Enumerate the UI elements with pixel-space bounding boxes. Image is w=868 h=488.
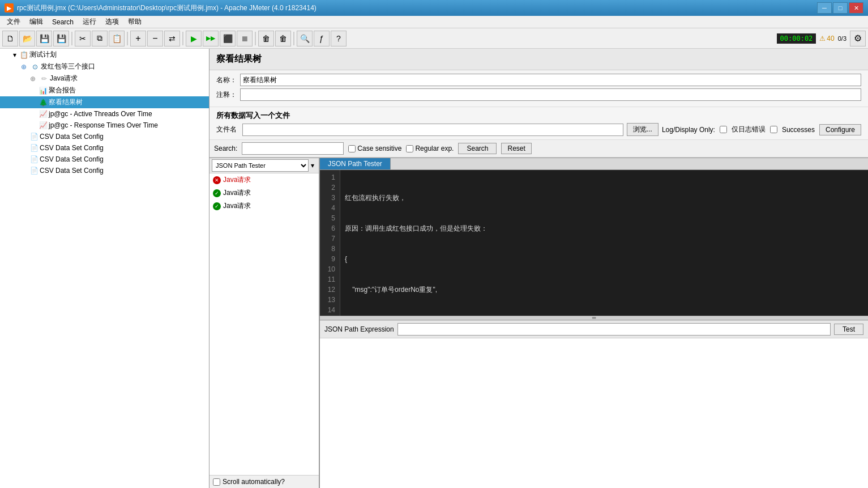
- expand-button[interactable]: +: [130, 31, 146, 46]
- comment-input[interactable]: [240, 88, 861, 101]
- dropdown-arrow[interactable]: ▾: [309, 162, 317, 169]
- request-label-2: Java请求: [223, 188, 251, 198]
- form-section: 名称： 注释：: [209, 70, 868, 107]
- code-line-4: "msg":"订单号orderNo重复",: [345, 285, 863, 295]
- new-button[interactable]: 🗋: [2, 31, 18, 46]
- regex-checkbox[interactable]: [406, 145, 413, 152]
- tree-item-csv4[interactable]: 📄 CSV Data Set Config: [0, 165, 209, 176]
- expand-icon-test-plan: ▾: [11, 52, 18, 58]
- split-left: JSON Path Tester ▾ ✕ Java请求 ✓ Java请求 ✓ J…: [209, 158, 320, 488]
- file-name-label: 文件名: [216, 125, 237, 134]
- reset-button[interactable]: Reset: [501, 143, 531, 154]
- case-sensitive-checkbox[interactable]: [348, 145, 356, 152]
- search-button[interactable]: Search: [458, 143, 497, 154]
- request-item-3[interactable]: ✓ Java请求: [209, 200, 319, 213]
- code-view[interactable]: 1 2 3 4 5 6 7 8 9 10 11 12 13 14: [320, 170, 868, 316]
- code-content: 红包流程执行失败， 原因：调用生成红包接口成功，但是处理失败： { "msg":…: [340, 170, 868, 316]
- save-button[interactable]: 💾: [53, 31, 69, 46]
- csv-icon-3: 📄: [29, 155, 39, 164]
- sep5: [293, 32, 294, 45]
- json-path-input[interactable]: [397, 323, 831, 336]
- menu-run[interactable]: 运行: [78, 16, 101, 28]
- clear-all-button[interactable]: 🗑: [275, 31, 291, 46]
- line-num-2: 2: [324, 183, 335, 193]
- line-num-13: 13: [324, 295, 335, 305]
- sep2: [127, 32, 128, 45]
- clear-button[interactable]: 🗑: [258, 31, 274, 46]
- stop-button[interactable]: ⬛: [220, 31, 236, 46]
- menu-help[interactable]: 帮助: [123, 16, 146, 28]
- paste-button[interactable]: 📋: [109, 31, 125, 46]
- tree-label-thread: 发红包等三个接口: [41, 62, 95, 71]
- java-icon: ✏: [40, 74, 49, 83]
- shutdown-button[interactable]: ⏹: [237, 31, 253, 46]
- tree-item-csv2[interactable]: 📄 CSV Data Set Config: [0, 142, 209, 154]
- configure-button[interactable]: Configure: [819, 124, 861, 135]
- tree-item-view-results[interactable]: 🌲 察看结果树: [0, 96, 209, 108]
- regex-label: Regular exp.: [415, 145, 454, 152]
- search-input[interactable]: [242, 142, 344, 155]
- maximize-button[interactable]: □: [833, 2, 848, 14]
- tree-item-jpgc1[interactable]: 📈 jp@gc - Active Threads Over Time: [0, 108, 209, 120]
- run-no-pause-button[interactable]: ▶▶: [203, 31, 219, 46]
- collapse-button[interactable]: −: [147, 31, 163, 46]
- right-panel: 察看结果树 名称： 注释： 所有数据写入一个文件 文件名 浏览... Log: [209, 49, 868, 488]
- errors-checkbox[interactable]: [720, 126, 727, 133]
- tab-json-path-tester[interactable]: JSON Path Tester: [320, 158, 391, 169]
- scroll-handle[interactable]: ⬌: [320, 316, 868, 320]
- warning-count: 40: [827, 35, 834, 43]
- cut-button[interactable]: ✂: [75, 31, 91, 46]
- line-num-6: 6: [324, 223, 335, 234]
- warning-icon: ⚠: [819, 35, 826, 43]
- path-dropdown[interactable]: JSON Path Tester: [212, 159, 309, 172]
- request-item-1[interactable]: ✕ Java请求: [209, 173, 319, 186]
- left-panel: ▾ 📋 测试计划 ⊕ ⊙ 发红包等三个接口 ⊕ ✏ Java请求: [0, 49, 209, 488]
- window-controls: ─ □ ✕: [817, 2, 863, 14]
- plan-icon: 📋: [19, 50, 28, 60]
- minimize-button[interactable]: ─: [817, 2, 832, 14]
- tree-item-jpgc2[interactable]: 📈 jp@gc - Response Times Over Time: [0, 120, 209, 131]
- line-num-5: 5: [324, 213, 335, 223]
- search-toolbar-button[interactable]: 🔍: [297, 31, 313, 46]
- code-line-2: 原因：调用生成红包接口成功，但是处理失败：: [345, 223, 863, 234]
- success-checkbox[interactable]: [770, 126, 777, 133]
- request-item-2[interactable]: ✓ Java请求: [209, 186, 319, 200]
- close-button[interactable]: ✕: [849, 2, 863, 14]
- run-counter: 0/3: [838, 35, 846, 42]
- menu-options[interactable]: 选项: [101, 16, 123, 28]
- menu-search[interactable]: Search: [48, 17, 78, 27]
- expand-icon-java: ⊕: [29, 75, 36, 82]
- errors-label: 仅日志错误: [732, 125, 766, 134]
- tree-item-java-req[interactable]: ⊕ ✏ Java请求: [0, 73, 209, 84]
- status-ok-icon-3: ✓: [213, 202, 221, 210]
- tree-label-aggregate: 聚合报告: [49, 86, 76, 95]
- tree-label-java-req: Java请求: [50, 74, 78, 83]
- result-area: [320, 338, 868, 489]
- open-button[interactable]: 📂: [19, 31, 35, 46]
- title-bar: ▶ rpc测试用例.jmx (C:\Users\Administrator\De…: [0, 0, 868, 16]
- tree-item-test-plan[interactable]: ▾ 📋 测试计划: [0, 49, 209, 61]
- menu-bar: 文件 编辑 Search 运行 选项 帮助: [0, 16, 868, 28]
- function-button[interactable]: ƒ: [314, 31, 330, 46]
- tree-item-csv1[interactable]: 📄 CSV Data Set Config: [0, 131, 209, 142]
- run-button[interactable]: ▶: [186, 31, 202, 46]
- line-num-10: 10: [324, 264, 335, 274]
- tree-item-thread-group[interactable]: ⊕ ⊙ 发红包等三个接口: [0, 61, 209, 73]
- aggregate-icon: 📊: [39, 86, 48, 95]
- menu-file[interactable]: 文件: [2, 16, 25, 28]
- file-name-input[interactable]: [242, 124, 623, 136]
- copy-button[interactable]: ⧉: [92, 31, 108, 46]
- menu-edit[interactable]: 编辑: [25, 16, 48, 28]
- scroll-auto-checkbox[interactable]: [213, 478, 220, 486]
- settings-button[interactable]: ⚙: [850, 31, 866, 46]
- tree-label-csv2: CSV Data Set Config: [40, 144, 104, 152]
- line-num-7: 7: [324, 234, 335, 244]
- tree-item-csv3[interactable]: 📄 CSV Data Set Config: [0, 154, 209, 165]
- tree-item-aggregate[interactable]: 📊 聚合报告: [0, 84, 209, 96]
- help-button[interactable]: ?: [331, 31, 347, 46]
- browse-button[interactable]: 浏览...: [627, 123, 659, 136]
- save-template-button[interactable]: 💾: [36, 31, 52, 46]
- toggle-button[interactable]: ⇄: [164, 31, 180, 46]
- test-button[interactable]: Test: [834, 324, 863, 335]
- name-input[interactable]: [240, 74, 861, 86]
